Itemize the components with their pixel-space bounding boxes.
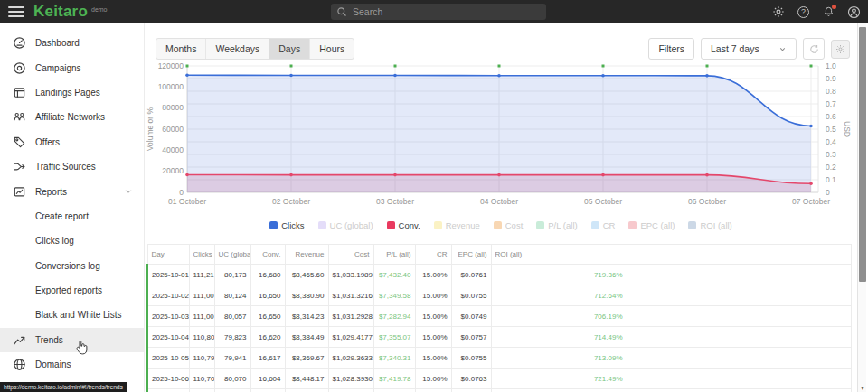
svg-text:Volume or %: Volume or % [146, 107, 155, 151]
cell-clicks: 110,70 [189, 369, 214, 389]
sidebar-item-traffic-sources[interactable]: Traffic Sources [0, 154, 144, 179]
svg-text:04 October: 04 October [480, 197, 518, 206]
scrollbar-down-arrow[interactable]: ▼ [858, 386, 867, 391]
column-header-conv[interactable]: Conv. [250, 245, 285, 265]
filters-button[interactable]: Filters [648, 38, 694, 60]
chevron-down-icon [778, 45, 787, 53]
campaigns-icon [13, 61, 26, 75]
cell-conv: 9,456 [250, 389, 285, 392]
sidebar-item-domains[interactable]: Domains [0, 352, 144, 377]
cell-day: 2025-10-04 [147, 327, 189, 348]
legend-item-p-l-all[interactable]: P/L (all) [536, 220, 577, 230]
tab-months[interactable]: Months [156, 39, 206, 59]
gear-icon [835, 44, 845, 54]
cell-filler [627, 306, 851, 327]
table-row[interactable]: 2025-10-01111,2180,17316,680$8,465.60$1,… [147, 265, 851, 285]
sidebar-item-trends[interactable]: Trends [0, 328, 144, 352]
table-row[interactable]: 2025-10-06110,7080,07016,604$8,448.17$1,… [147, 369, 851, 389]
sidebar-item-conversions-log[interactable]: Conversions log [0, 254, 144, 278]
column-header-epc-all[interactable]: EPC (all) [451, 245, 491, 265]
sidebar-item-label: Dashboard [35, 38, 80, 48]
date-range-select[interactable]: Last 7 days [701, 38, 797, 60]
legend-item-roi-all[interactable]: ROI (all) [688, 220, 731, 230]
cell-clicks: 110,79 [189, 348, 214, 369]
legend-item-clicks[interactable]: Clicks [269, 220, 304, 230]
help-icon[interactable]: ? [797, 5, 810, 19]
sidebar-item-dashboard[interactable]: Dashboard [0, 31, 144, 55]
sidebar-item-affiliate-networks[interactable]: Affiliate Networks [0, 105, 144, 129]
refresh-button[interactable] [803, 38, 825, 60]
legend-label: EPC (all) [640, 220, 675, 230]
status-url-tooltip: https://demo.keitaro.io/admin/#!/trends/… [0, 382, 127, 392]
legend-item-revenue[interactable]: Revenue [434, 220, 480, 230]
column-header-cost[interactable]: Cost [328, 245, 373, 265]
sidebar-item-campaigns[interactable]: Campaigns [0, 55, 144, 79]
cell-cr: 15.00% [415, 389, 451, 392]
column-header-p-l-all[interactable]: P/L (all) [373, 245, 415, 265]
sidebar-item-create-report[interactable]: Create report [0, 204, 144, 229]
traffic-icon [13, 160, 26, 173]
svg-text:06 October: 06 October [688, 197, 726, 206]
column-header-day[interactable]: Day [147, 245, 189, 265]
tab-weekdays[interactable]: Weekdays [206, 39, 269, 59]
cell-conv: 16,680 [250, 265, 285, 285]
sidebar-item-label: Domains [35, 359, 71, 369]
table-row[interactable]: 2025-10-02111,0080,12416,650$8,380.90$1,… [147, 285, 851, 306]
legend-item-uc-global[interactable]: UC (global) [318, 220, 373, 230]
sidebar-item-landings-pages[interactable]: Landings Pages [0, 80, 144, 105]
legend-item-cr[interactable]: CR [591, 220, 616, 230]
toolbar-right: Filters Last 7 days [648, 38, 850, 60]
tab-hours[interactable]: Hours [310, 39, 354, 59]
column-header-clicks[interactable]: Clicks [189, 245, 214, 265]
column-header-cr[interactable]: CR [415, 245, 451, 265]
vertical-scrollbar[interactable]: ▼ [857, 23, 866, 392]
brand-badge: demo [91, 6, 108, 13]
sidebar-subitem-label: Create report [35, 211, 89, 221]
legend-swatch [591, 221, 599, 229]
cell-roi-all: 714.49% [491, 327, 627, 348]
cell-uc-global: 80,124 [214, 285, 250, 306]
column-header-uc-global[interactable]: UC (global) [214, 245, 250, 265]
landings-icon [13, 86, 26, 99]
cell-conv: 16,617 [250, 348, 285, 369]
sidebar-item-offers[interactable]: Offers [0, 130, 144, 154]
svg-text:0.1: 0.1 [826, 175, 836, 184]
trends-table-wrap: DayClicksUC (global)Conv.RevenueCostP/L … [146, 244, 852, 392]
legend-item-conv[interactable]: Conv. [387, 220, 420, 230]
svg-text:01 October: 01 October [168, 197, 206, 206]
svg-text:120000: 120000 [158, 61, 184, 70]
column-header-roi-all[interactable]: ROI (all) [491, 245, 627, 265]
svg-text:03 October: 03 October [376, 197, 414, 206]
table-row[interactable]: 2025-10-05110,7979,94116,617$8,369.67$1,… [147, 348, 851, 369]
tab-days[interactable]: Days [269, 39, 310, 59]
chart-settings-button[interactable] [831, 40, 850, 59]
settings-gear-icon[interactable] [771, 5, 785, 19]
cell-p-l-all: $7,349.58 [373, 285, 415, 306]
hamburger-menu-icon[interactable] [8, 4, 24, 20]
search-input[interactable] [353, 6, 541, 17]
account-icon[interactable] [847, 5, 861, 19]
reports-icon [13, 185, 26, 199]
scrollbar-thumb[interactable] [859, 27, 866, 282]
cell-filler [627, 285, 851, 306]
cell-cost: $1,029.4177 [328, 327, 373, 348]
global-search[interactable] [331, 4, 546, 20]
chart-area: 02000040000600008000010000012000000.10.2… [145, 61, 857, 213]
cell-conv: 16,604 [250, 369, 285, 389]
table-row[interactable]: 2025-10-0763,0445,629,456$4,812.55$585.1… [147, 389, 851, 392]
sidebar-item-black-and-white-lists[interactable]: Black and White Lists [0, 303, 144, 327]
svg-text:0: 0 [826, 188, 830, 197]
sidebar-item-clicks-log[interactable]: Clicks log [0, 229, 144, 253]
sidebar-item-exported-reports[interactable]: Exported reports [0, 278, 144, 303]
legend-item-cost[interactable]: Cost [494, 220, 524, 230]
svg-text:80000: 80000 [162, 103, 184, 112]
table-row[interactable]: 2025-10-03111,0080,05716,650$8,314.23$1,… [147, 306, 851, 327]
legend-item-epc-all[interactable]: EPC (all) [628, 220, 675, 230]
table-row[interactable]: 2025-10-04110,8079,82316,620$8,384.49$1,… [147, 327, 851, 348]
sidebar-item-reports[interactable]: Reports [0, 179, 144, 203]
notifications-bell-icon[interactable] [822, 5, 835, 19]
trends-table: DayClicksUC (global)Conv.RevenueCostP/L … [146, 244, 852, 392]
column-header-revenue[interactable]: Revenue [285, 245, 328, 265]
legend-swatch [387, 221, 395, 229]
brand-logo[interactable]: Keitaro [33, 3, 88, 21]
